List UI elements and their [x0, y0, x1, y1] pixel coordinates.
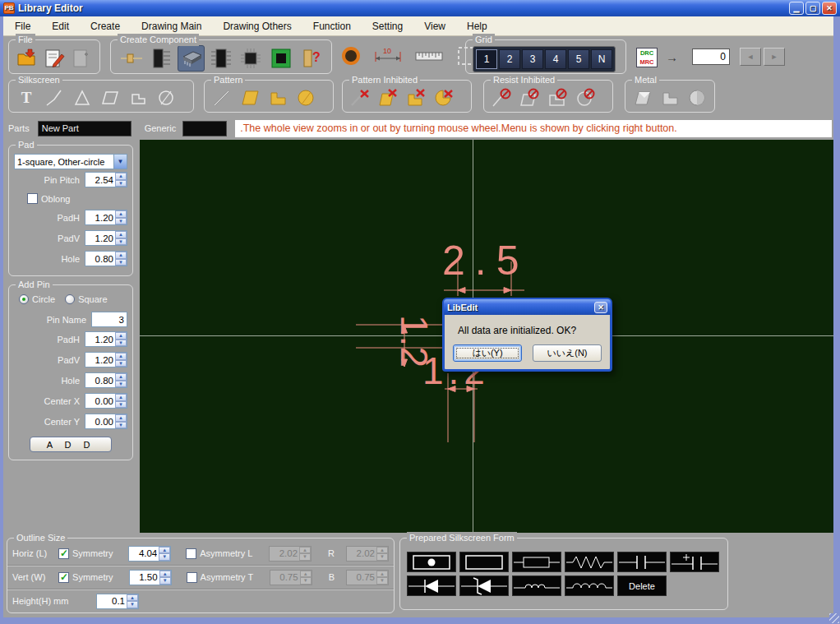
spin-up-icon[interactable]: [115, 353, 127, 360]
quad-icon[interactable]: [99, 85, 121, 111]
triangle-icon[interactable]: [72, 85, 93, 111]
metal-quad-icon[interactable]: [632, 85, 653, 111]
generic-input[interactable]: [182, 121, 227, 136]
pad-type-select[interactable]: 1-square, Other-circle ▼: [14, 154, 127, 169]
save-file-icon[interactable]: [43, 45, 65, 72]
menu-function[interactable]: Function: [313, 21, 351, 32]
diode-icon[interactable]: [407, 575, 456, 596]
zoom-level-input[interactable]: [692, 49, 730, 65]
padv-stepper[interactable]: [85, 230, 127, 246]
spin-down-icon[interactable]: [115, 401, 127, 409]
circle-slash-icon[interactable]: [155, 85, 177, 111]
spin-up-icon[interactable]: [115, 252, 127, 259]
bga-component-icon[interactable]: [267, 45, 294, 72]
vert-asymmetry-checkbox[interactable]: [187, 572, 197, 583]
ruler-icon[interactable]: [413, 43, 445, 69]
spin-down-icon[interactable]: [127, 601, 138, 608]
polygon-icon[interactable]: [127, 85, 149, 111]
grid-button-1[interactable]: 1: [476, 49, 497, 69]
grid-button-n[interactable]: N: [591, 49, 612, 69]
spin-down-icon[interactable]: [115, 238, 127, 246]
spin-up-icon[interactable]: [115, 394, 127, 401]
pin-pitch-stepper[interactable]: [85, 172, 127, 187]
drc-mrc-button[interactable]: DRC MRC: [636, 48, 658, 67]
height-input[interactable]: [97, 594, 127, 608]
menu-drawing-others[interactable]: Drawing Others: [223, 21, 291, 32]
metal-polygon-icon[interactable]: [659, 85, 680, 111]
circle-radio[interactable]: [19, 294, 29, 304]
capacitor-polar-icon[interactable]: [670, 552, 719, 572]
pin-pitch-input[interactable]: [85, 173, 115, 187]
addpin-padv-input[interactable]: [85, 353, 115, 367]
vert-symmetry-checkbox[interactable]: [58, 572, 69, 583]
spin-up-icon[interactable]: [159, 571, 171, 578]
hole-stepper[interactable]: [85, 251, 127, 266]
spin-down-icon[interactable]: [115, 218, 127, 225]
menu-drawing-main[interactable]: Drawing Main: [141, 21, 201, 32]
addpin-hole-input[interactable]: [85, 373, 115, 387]
dialog-yes-button[interactable]: はい(Y): [453, 344, 522, 362]
spin-down-icon[interactable]: [115, 180, 127, 187]
dip-component-icon[interactable]: [207, 45, 234, 72]
resist-polygon-icon[interactable]: [547, 85, 568, 111]
spin-up-icon[interactable]: [159, 547, 170, 554]
metal-circle-icon[interactable]: [687, 85, 708, 111]
padh-stepper[interactable]: [85, 210, 127, 225]
oblong-checkbox[interactable]: [27, 193, 38, 204]
qfp-component-icon[interactable]: [238, 45, 265, 72]
menu-file[interactable]: File: [15, 21, 30, 32]
spin-down-icon[interactable]: [115, 259, 127, 266]
resize-grip[interactable]: [829, 613, 839, 623]
grid-button-3[interactable]: 3: [522, 49, 543, 69]
resistor-box-icon[interactable]: [512, 552, 561, 572]
spin-up-icon[interactable]: [127, 594, 138, 602]
padh-input[interactable]: [85, 210, 115, 224]
dialog-close-icon[interactable]: ✕: [594, 302, 607, 313]
resist-quad-icon[interactable]: [519, 85, 540, 111]
new-part-icon[interactable]: [71, 45, 93, 72]
addpin-hole-stepper[interactable]: [85, 372, 127, 388]
text-tool-icon[interactable]: T: [16, 85, 37, 111]
pattern-line-x-icon[interactable]: [349, 85, 371, 111]
spin-up-icon[interactable]: [115, 373, 127, 381]
minimize-button[interactable]: ▁: [789, 2, 804, 15]
add-pin-button[interactable]: A D D: [30, 437, 112, 452]
drawing-canvas[interactable]: 2.5 1.2 1.2 LibEdit ✕ All data are initi…: [140, 140, 833, 533]
pattern-circle-x-icon[interactable]: [433, 85, 455, 111]
titlebar[interactable]: PB Library Editor ▁ ▢ ✕: [0, 0, 840, 16]
unknown-component-icon[interactable]: ?: [298, 45, 325, 72]
grid-button-4[interactable]: 4: [545, 49, 566, 69]
pad-rect-icon[interactable]: [407, 552, 456, 572]
spin-up-icon[interactable]: [115, 210, 127, 218]
vert-value-stepper[interactable]: [129, 570, 172, 585]
inductor-large-icon[interactable]: [565, 575, 614, 596]
prev-button[interactable]: ◄: [740, 48, 761, 66]
menu-help[interactable]: Help: [467, 21, 487, 32]
parts-name-input[interactable]: [38, 121, 132, 136]
addpin-padv-stepper[interactable]: [85, 352, 127, 367]
center-x-input[interactable]: [85, 394, 115, 408]
pattern-quad-x-icon[interactable]: [377, 85, 399, 111]
menu-create[interactable]: Create: [90, 21, 120, 32]
resist-circle-icon[interactable]: [575, 85, 596, 111]
inductor-small-icon[interactable]: [512, 575, 561, 596]
resist-line-icon[interactable]: [491, 85, 512, 111]
pattern-line-icon[interactable]: [211, 85, 233, 111]
horiz-value-stepper[interactable]: [128, 546, 171, 562]
menu-edit[interactable]: Edit: [52, 21, 69, 32]
spin-up-icon[interactable]: [115, 173, 127, 180]
spin-down-icon[interactable]: [115, 422, 127, 429]
vert-value-input[interactable]: [130, 571, 159, 585]
spin-down-icon[interactable]: [115, 340, 127, 347]
spin-up-icon[interactable]: [115, 332, 127, 340]
open-file-icon[interactable]: [16, 45, 38, 72]
addpin-padh-input[interactable]: [85, 332, 115, 346]
center-y-input[interactable]: [85, 414, 115, 428]
zener-diode-icon[interactable]: [459, 575, 509, 596]
addpin-padh-stepper[interactable]: [85, 331, 127, 347]
pad-tool-icon[interactable]: [339, 43, 363, 69]
grid-button-2[interactable]: 2: [499, 49, 520, 69]
pin-name-input[interactable]: [91, 312, 127, 327]
height-stepper[interactable]: [96, 594, 139, 609]
lead-component-icon[interactable]: [118, 45, 145, 72]
